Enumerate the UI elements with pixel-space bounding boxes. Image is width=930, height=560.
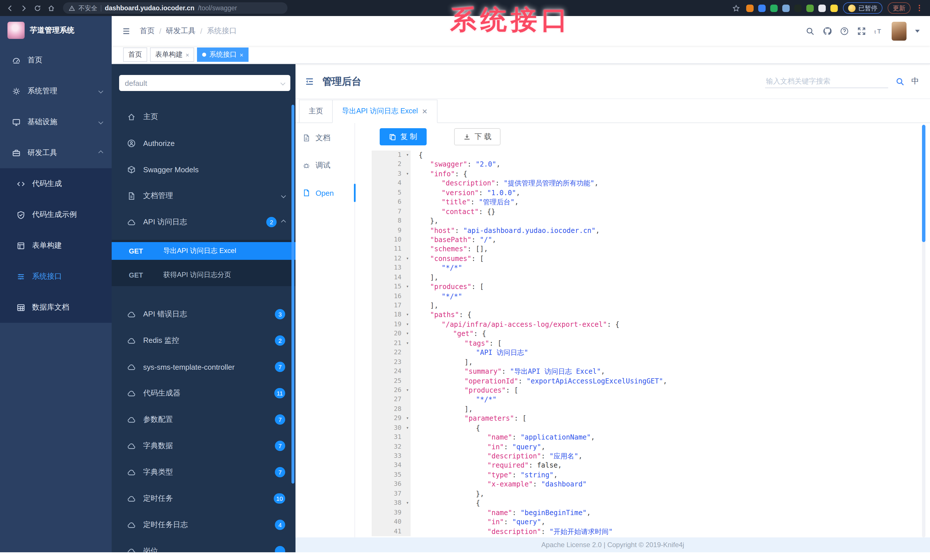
sidebar-subitem[interactable]: 数据库文档 (0, 292, 112, 323)
sidebar-item-1[interactable]: 系统管理 (0, 75, 112, 106)
panel-scrollbar[interactable] (291, 105, 294, 483)
back-icon[interactable] (5, 3, 15, 13)
group-select[interactable]: default (119, 75, 290, 91)
extension-icon[interactable] (830, 4, 838, 12)
extension-icon[interactable] (746, 4, 754, 12)
download-button[interactable]: 下 载 (454, 128, 500, 145)
github-icon[interactable] (823, 27, 831, 35)
extension-icon[interactable] (806, 4, 814, 12)
breadcrumb-home[interactable]: 首页 (140, 26, 155, 36)
token: , (587, 508, 591, 517)
code-text: }, (411, 216, 438, 226)
fold-arrow-icon[interactable]: ▾ (406, 169, 409, 179)
swagger-nav-主页[interactable]: 主页 (112, 104, 296, 130)
extension-icon[interactable] (818, 4, 826, 12)
sidebar-item-home[interactable]: 首页 (0, 44, 112, 75)
fold-arrow-icon[interactable]: ▾ (406, 386, 409, 395)
sidebar-subitem[interactable]: 表单构建 (0, 230, 112, 261)
doc-tab-主页[interactable]: 主页 (299, 100, 333, 123)
swagger-group-岗位[interactable]: 岗位 (112, 538, 296, 552)
sidebar-item-2[interactable]: 基础设施 (0, 106, 112, 137)
sidebar-subitem[interactable]: 系统接口 (0, 261, 112, 292)
swagger-group-字典类型[interactable]: 字典类型7 (112, 459, 296, 485)
code-line: 7"contact": {} (372, 207, 930, 216)
swagger-group-代码生成器[interactable]: 代码生成器11 (112, 380, 296, 407)
bookmark-star-icon[interactable] (731, 3, 741, 13)
doc-tab-导出API 访问日志 Excel[interactable]: 导出API 访问日志 Excel✕ (332, 100, 437, 123)
sidebar-subitem[interactable]: 代码生成示例 (0, 199, 112, 230)
sidebar-item-3[interactable]: 研发工具 (0, 137, 112, 168)
extension-icon[interactable] (794, 4, 802, 12)
token: { (419, 151, 423, 159)
content-scrollbar-thumb[interactable] (922, 125, 925, 242)
sidebar-collapse-button[interactable] (122, 27, 131, 35)
search-icon[interactable] (895, 77, 904, 86)
doc-nav-调试[interactable]: 调试 (296, 152, 354, 179)
swagger-group-定时任务日志[interactable]: 定时任务日志4 (112, 512, 296, 538)
swagger-nav-API 访问日志[interactable]: API 访问日志2 (112, 209, 296, 235)
breadcrumb-devtool[interactable]: 研发工具 (166, 26, 196, 36)
fullscreen-icon[interactable] (857, 27, 866, 35)
fold-arrow-icon[interactable]: ▾ (406, 310, 409, 320)
code-line: 14], (372, 273, 930, 282)
fold-arrow-icon[interactable]: ▾ (406, 423, 409, 433)
logo[interactable]: 芋道管理系统 (0, 16, 112, 44)
swagger-nav-文档管理[interactable]: 文档管理 (112, 183, 296, 209)
close-icon[interactable]: ✕ (422, 107, 428, 115)
fold-arrow-icon[interactable]: ▾ (406, 414, 409, 423)
swagger-group-字典数据[interactable]: 字典数据7 (112, 433, 296, 459)
extension-icon[interactable] (758, 4, 766, 12)
forward-icon[interactable] (18, 3, 29, 13)
doc-tab-label: 主页 (309, 106, 323, 116)
help-icon[interactable] (840, 27, 849, 35)
swagger-nav-Swagger Models[interactable]: Swagger Models (112, 156, 296, 183)
token: "info" (430, 170, 455, 178)
swagger-group-定时任务[interactable]: 定时任务10 (112, 485, 296, 512)
swagger-group-API 错误日志[interactable]: API 错误日志3 (112, 301, 296, 327)
extension-icon[interactable] (782, 4, 790, 12)
collapse-menu-icon[interactable] (305, 77, 314, 86)
update-button[interactable]: 更新 (888, 2, 910, 14)
swagger-group-Redis 监控[interactable]: Redis 监控2 (112, 327, 296, 354)
fold-arrow-icon[interactable]: ▾ (406, 282, 409, 292)
font-size-icon[interactable]: tT (875, 27, 883, 35)
sidebar-subitem[interactable]: 代码生成 (0, 168, 112, 199)
swagger-nav-Authorize[interactable]: Authorize (112, 130, 296, 156)
browser-menu-icon[interactable]: ⋮ (916, 5, 923, 11)
doc-nav-文档[interactable]: 文档 (296, 124, 354, 152)
api-operation[interactable]: GET获得API 访问日志分页 (112, 266, 296, 284)
fold-arrow-icon[interactable]: ▾ (406, 320, 409, 329)
fold-arrow-icon[interactable]: ▾ (406, 499, 409, 508)
user-avatar[interactable] (892, 21, 907, 40)
svg-text:t: t (875, 29, 876, 34)
fold-arrow-icon[interactable]: ▾ (406, 150, 409, 160)
code-editor[interactable]: 1▾{2"swagger": "2.0",3▾"info": {4"descri… (355, 150, 930, 537)
fold-arrow-icon[interactable]: ▾ (406, 254, 409, 264)
token: "管理后台" (479, 198, 514, 206)
token: : { (459, 311, 471, 319)
close-icon[interactable]: × (240, 51, 243, 58)
doc-search-input[interactable] (765, 75, 888, 88)
code-line: 25"operationId": "exportApiAccessLogExce… (372, 376, 930, 386)
reload-icon[interactable] (32, 3, 42, 13)
tag-首页[interactable]: 首页 (123, 48, 147, 62)
swagger-group-参数配置[interactable]: 参数配置7 (112, 407, 296, 433)
chevron-down-icon[interactable] (915, 29, 920, 32)
token: , (578, 452, 582, 460)
swagger-group-sys-sms-template-controller[interactable]: sys-sms-template-controller7 (112, 354, 296, 380)
fold-arrow-icon[interactable]: ▾ (406, 339, 409, 348)
fold-arrow-icon[interactable]: ▾ (406, 329, 409, 339)
tag-系统接口[interactable]: 系统接口× (197, 48, 248, 62)
paused-badge[interactable]: 已暂停 (843, 2, 882, 14)
close-icon[interactable]: × (186, 51, 189, 58)
code-text: "description": "开始开始请求时间" (411, 527, 613, 536)
extension-icon[interactable] (770, 4, 778, 12)
address-bar[interactable]: 不安全 dashboard.yudao.iocoder.cn /tool/swa… (63, 2, 288, 14)
doc-nav-Open[interactable]: Open (296, 179, 354, 207)
tag-表单构建[interactable]: 表单构建× (150, 48, 194, 62)
home-icon[interactable] (46, 3, 56, 13)
language-switch[interactable]: 中 (912, 76, 919, 86)
copy-button[interactable]: 复 制 (380, 128, 427, 145)
search-button[interactable] (806, 27, 815, 35)
api-operation[interactable]: GET导出API 访问日志 Excel (112, 242, 296, 260)
